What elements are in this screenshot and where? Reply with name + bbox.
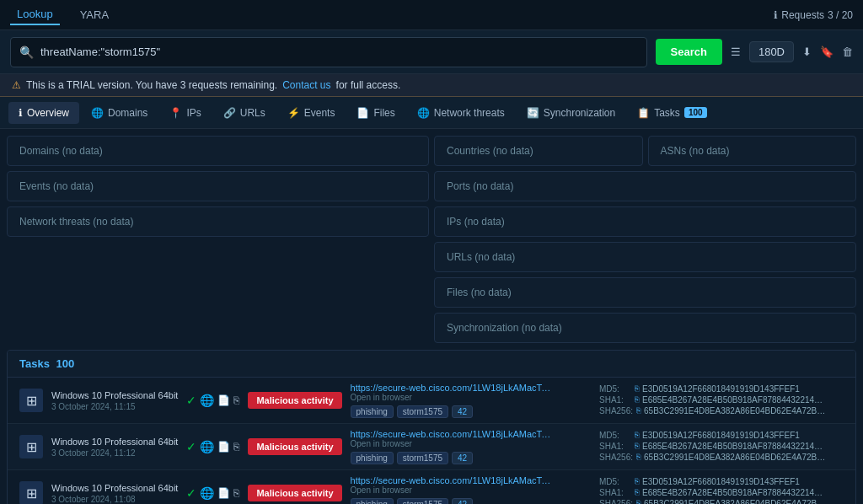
domains-panel-label: Domains (no data) — [19, 145, 103, 157]
task-url-section: https://secure-web.cisco.com/1LW18jLkAMa… — [351, 475, 591, 504]
search-input[interactable] — [40, 46, 638, 58]
sha1-value: E685E4B267A28E4B50B918AF87884432214A8B14 — [642, 442, 828, 451]
sha256-copy-icon[interactable]: ⎘ — [636, 499, 641, 504]
requests-label: Requests — [781, 9, 824, 21]
urls-panel: URLs (no data) — [434, 242, 856, 272]
md5-row: MD5: ⎘ E3D0519A12F668018491919D143FFEF1 — [599, 431, 844, 440]
check-icon: ✓ — [186, 486, 196, 500]
md5-value: E3D0519A12F668018491919D143FFEF1 — [642, 431, 800, 440]
period-badge[interactable]: 180D — [749, 41, 794, 62]
nav-left: Lookup YARA — [10, 4, 115, 25]
task-hashes: MD5: ⎘ E3D0519A12F668018491919D143FFEF1 … — [599, 477, 844, 505]
task-tag[interactable]: phishing — [351, 405, 394, 418]
tab-events[interactable]: ⚡ Events — [277, 102, 346, 124]
tab-sync[interactable]: 🔄 Synchronization — [517, 102, 625, 124]
sha256-value: 65B3C2991E4D8EA382A86E04BD62E4A72B32E29C… — [644, 406, 829, 416]
task-url[interactable]: https://secure-web.cisco.com/1LW18jLkAMa… — [351, 475, 553, 485]
task-tag[interactable]: storm1575 — [397, 452, 448, 464]
tasks-header-label: Tasks — [19, 357, 50, 370]
asns-label: ASNs (no data) — [661, 145, 730, 157]
tab-domains[interactable]: 🌐 Domains — [81, 102, 158, 124]
tab-ips[interactable]: 📍 IPs — [159, 102, 211, 124]
doc-icon: 📄 — [217, 441, 230, 453]
doc-icon: 📄 — [217, 487, 230, 499]
search-button[interactable]: Search — [656, 39, 722, 65]
task-tag[interactable]: 42 — [452, 452, 473, 464]
search-input-wrapper[interactable]: 🔍 — [10, 37, 647, 67]
tasks-header: Tasks 100 — [8, 351, 855, 378]
task-url-sub[interactable]: Open in browser — [351, 485, 591, 495]
events-panel-label: Events (no data) — [19, 180, 94, 192]
task-tag[interactable]: storm1575 — [397, 498, 448, 504]
browser-icon: 🌐 — [200, 394, 214, 407]
verdict-badge: Malicious activity — [248, 485, 341, 501]
tab-tasks[interactable]: 📋 Tasks 100 — [627, 102, 716, 124]
sha1-value: E685E4B267A28E4B50B918AF87884432214A8B14 — [642, 395, 828, 405]
files-panel: Files (no data) — [434, 277, 856, 308]
history-icon[interactable]: ☰ — [731, 46, 741, 58]
download-icon[interactable]: ⬇ — [802, 46, 812, 58]
task-status-icons: ✓ 🌐 📄 ⎘ — [186, 440, 239, 453]
domains-panel: Domains (no data) — [7, 136, 429, 166]
sha1-copy-icon[interactable]: ⎘ — [635, 395, 639, 404]
task-tag[interactable]: storm1575 — [397, 405, 448, 418]
tasks-count-badge: 100 — [684, 107, 707, 118]
search-bar: 🔍 Search ☰ 180D ⬇ 🔖 🗑 — [0, 30, 863, 74]
sha1-row: SHA1: ⎘ E685E4B267A28E4B50B918AF87884432… — [599, 395, 844, 405]
task-url-sub[interactable]: Open in browser — [351, 439, 591, 448]
md5-copy-icon[interactable]: ⎘ — [635, 431, 639, 439]
md5-value: E3D0519A12F668018491919D143FFEF1 — [642, 384, 800, 394]
task-tag[interactable]: phishing — [351, 498, 394, 504]
md5-label: MD5: — [599, 477, 631, 486]
files-label: Files (no data) — [447, 287, 512, 298]
copy2-icon: ⎘ — [233, 487, 239, 499]
task-tag[interactable]: 42 — [452, 498, 473, 504]
verdict-badge: Malicious activity — [248, 392, 341, 409]
tab-network[interactable]: 🌐 Network threats — [407, 102, 515, 124]
tasks-icon: 📋 — [637, 107, 650, 119]
task-url[interactable]: https://secure-web.cisco.com/1LW18jLkAMa… — [351, 383, 553, 393]
overview-icon: ℹ — [19, 107, 23, 119]
sha256-row: SHA256: ⎘ 65B3C2991E4D8EA382A86E04BD62E4… — [599, 453, 844, 462]
task-url-section: https://secure-web.cisco.com/1LW18jLkAMa… — [351, 383, 591, 418]
bookmark-icon[interactable]: 🔖 — [820, 46, 834, 58]
task-tag[interactable]: phishing — [351, 452, 394, 464]
md5-copy-icon[interactable]: ⎘ — [635, 477, 639, 485]
nav-yara[interactable]: YARA — [73, 5, 115, 24]
task-tag[interactable]: 42 — [452, 405, 473, 418]
top-nav: Lookup YARA ℹ Requests 3 / 20 — [0, 0, 863, 30]
warning-icon: ⚠ — [12, 79, 21, 91]
sha256-copy-icon[interactable]: ⎘ — [636, 406, 641, 415]
sha256-label: SHA256: — [599, 453, 633, 462]
nav-lookup[interactable]: Lookup — [10, 4, 60, 25]
task-url[interactable]: https://secure-web.cisco.com/1LW18jLkAMa… — [351, 429, 553, 439]
requests-info: ℹ Requests 3 / 20 — [774, 9, 853, 21]
md5-copy-icon[interactable]: ⎘ — [635, 384, 639, 393]
sha1-label: SHA1: — [599, 442, 631, 451]
task-tags: phishingstorm157542 — [351, 405, 591, 418]
task-info: Windows 10 Professional 64bit 3 October … — [51, 437, 178, 458]
sha1-label: SHA1: — [599, 488, 631, 497]
contact-link[interactable]: Contact us — [282, 79, 330, 91]
sha256-row: SHA256: ⎘ 65B3C2991E4D8EA382A86E04BD62E4… — [599, 406, 844, 416]
os-icon: ⊞ — [19, 435, 43, 458]
sha1-value: E685E4B267A28E4B50B918AF87884432214A8B14 — [642, 488, 828, 497]
tab-urls[interactable]: 🔗 URLs — [213, 102, 276, 124]
countries-panel: Countries (no data) — [434, 136, 643, 166]
network-panel: Network threats (no data) — [7, 206, 429, 237]
trash-icon[interactable]: 🗑 — [842, 46, 853, 58]
right-panels: Countries (no data) ASNs (no data) Ports… — [434, 136, 856, 343]
task-url-sub[interactable]: Open in browser — [351, 393, 591, 402]
tab-files[interactable]: 📄 Files — [346, 102, 405, 124]
content-area: Domains (no data) Events (no data) Netwo… — [0, 129, 863, 504]
sha256-copy-icon[interactable]: ⎘ — [636, 453, 641, 461]
browser-icon: 🌐 — [200, 440, 214, 453]
ips-icon: 📍 — [169, 107, 182, 119]
network-panel-label: Network threats (no data) — [19, 216, 133, 228]
tab-overview[interactable]: ℹ Overview — [8, 102, 79, 124]
sha1-copy-icon[interactable]: ⎘ — [635, 442, 639, 450]
md5-row: MD5: ⎘ E3D0519A12F668018491919D143FFEF1 — [599, 384, 844, 394]
task-hashes: MD5: ⎘ E3D0519A12F668018491919D143FFEF1 … — [599, 431, 844, 464]
sha1-copy-icon[interactable]: ⎘ — [635, 488, 639, 496]
sha1-row: SHA1: ⎘ E685E4B267A28E4B50B918AF87884432… — [599, 488, 844, 497]
